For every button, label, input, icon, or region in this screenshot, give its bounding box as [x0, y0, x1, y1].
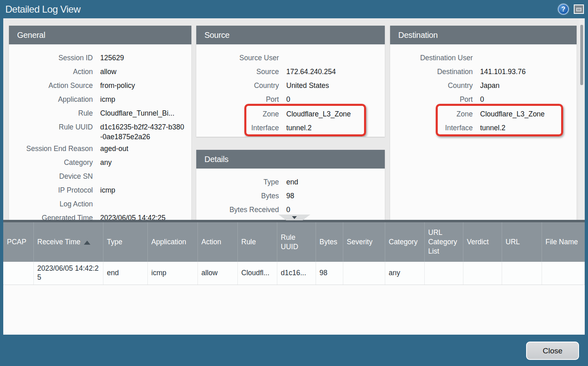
field-label: Bytes Received [196, 203, 279, 217]
window-restore-icon-inner [576, 8, 581, 11]
field-label: Port [390, 92, 473, 106]
field-label: Zone [196, 107, 279, 121]
field-value: 2023/06/05 14:42:25 [100, 211, 191, 220]
field-label: IP Protocol [9, 183, 93, 197]
field-row-destination-port: Port 0 [390, 92, 577, 106]
column-header-label: Bytes [320, 238, 338, 246]
field-row-source-country: Country United States [196, 79, 385, 92]
field-row-destination-country: Country Japan [390, 79, 577, 92]
cell-category: any [385, 262, 424, 285]
field-row-generated-time: Generated Time 2023/06/05 14:42:25 [9, 211, 191, 220]
field-value: icmp [100, 183, 191, 197]
page-title: Detailed Log View [0, 4, 81, 15]
field-value: tunnel.2 [480, 121, 577, 135]
column-header-label: URL [506, 238, 520, 246]
field-label: Rule UUID [9, 120, 93, 142]
general-panel-body: Session ID 125629 Action allow Action So… [9, 44, 191, 220]
table-header-row: PCAP Receive Time Type Application Actio… [3, 222, 585, 262]
cell-file-name [542, 262, 585, 285]
field-row-destination: Destination 141.101.93.76 [390, 65, 577, 79]
details-panel: Details Type end Bytes 98 Bytes Received [196, 150, 385, 220]
destination-panel-body: Destination User Destination 141.101.93.… [390, 44, 577, 220]
column-header-url-category-list[interactable]: URL Category List [424, 222, 463, 262]
table-row[interactable]: 2023/06/05 14:42:25 end icmp allow Cloud… [3, 262, 585, 285]
column-header-bytes[interactable]: Bytes [316, 222, 343, 262]
column-header-category[interactable]: Category [385, 222, 424, 262]
cell-receive-time: 2023/06/05 14:42:25 [33, 262, 103, 285]
field-label: Country [390, 79, 473, 92]
field-value: any [100, 156, 191, 169]
field-value: Cloudflare_Tunnel_Bi... [100, 106, 191, 120]
field-value: 141.101.93.76 [480, 65, 577, 79]
column-header-receive-time[interactable]: Receive Time [33, 222, 103, 262]
cell-application: icmp [147, 262, 197, 285]
field-value [100, 197, 191, 211]
field-label: Zone [390, 107, 473, 121]
destination-panel: Destination Destination User Destination… [390, 26, 577, 220]
general-panel: General Session ID 125629 Action allow A… [9, 26, 191, 220]
column-header-url[interactable]: URL [502, 222, 542, 262]
column-header-label: Type [107, 238, 123, 246]
field-row-source-interface: Interface tunnel.2 [196, 121, 385, 135]
column-header-type[interactable]: Type [103, 222, 147, 262]
column-header-label: Rule [241, 238, 256, 246]
chevron-down-icon [292, 216, 297, 219]
field-row-rule-uuid: Rule UUID d1c16235-b2f2-4327-b380-0ae187… [9, 120, 191, 142]
field-value [286, 51, 385, 65]
column-header-severity[interactable]: Severity [343, 222, 385, 262]
field-label: Rule [9, 106, 93, 120]
details-panel-body: Type end Bytes 98 Bytes Received 0 [196, 169, 385, 220]
destination-panel-header: Destination [390, 26, 577, 44]
field-row-bytes: Bytes 98 [196, 189, 385, 203]
field-row-source-zone: Zone Cloudflare_L3_Zone [196, 107, 385, 121]
source-panel: Source Source User Source 172.64.240.254… [196, 26, 385, 137]
field-value: United States [286, 79, 385, 92]
scrollbar-thumb[interactable] [580, 25, 583, 85]
field-row-device-sn: Device SN [9, 169, 191, 183]
field-value: 172.64.240.254 [286, 65, 385, 79]
log-detail-panels: General Session ID 125629 Action allow A… [3, 18, 585, 220]
field-label: Source [196, 65, 279, 79]
cell-verdict [463, 262, 502, 285]
column-header-rule[interactable]: Rule [237, 222, 277, 262]
log-table-section: PCAP Receive Time Type Application Actio… [3, 220, 585, 335]
column-header-file-name[interactable]: File Name [542, 222, 585, 262]
column-header-rule-uuid[interactable]: Rule UUID [277, 222, 316, 262]
field-row-source: Source 172.64.240.254 [196, 65, 385, 79]
details-panel-header: Details [196, 150, 385, 169]
column-header-application[interactable]: Application [147, 222, 197, 262]
column-header-label: URL Category List [428, 228, 457, 255]
field-row-ip-protocol: IP Protocol icmp [9, 183, 191, 197]
column-header-pcap[interactable]: PCAP [3, 222, 33, 262]
field-value: Cloudflare_L3_Zone [480, 107, 577, 121]
field-label: Application [9, 92, 93, 106]
column-header-label: Rule UUID [281, 233, 298, 251]
source-zone-interface-group: Zone Cloudflare_L3_Zone Interface tunnel… [196, 107, 385, 135]
field-value: aged-out [100, 142, 191, 156]
field-value: Japan [480, 79, 577, 92]
field-row-action: Action allow [9, 65, 191, 79]
field-value: icmp [100, 92, 191, 106]
vertical-scrollbar[interactable] [579, 18, 585, 220]
help-icon[interactable]: ? [558, 4, 569, 15]
field-row-destination-interface: Interface tunnel.2 [390, 121, 577, 135]
column-header-verdict[interactable]: Verdict [463, 222, 502, 262]
field-value: allow [100, 65, 191, 79]
column-header-label: Action [202, 238, 222, 246]
field-label: Interface [390, 121, 473, 135]
field-label: Category [9, 156, 93, 169]
field-row-type: Type end [196, 175, 385, 189]
cell-url-category-list [424, 262, 463, 285]
field-label: Session ID [9, 51, 93, 65]
field-row-destination-user: Destination User [390, 51, 577, 65]
field-row-source-user: Source User [196, 51, 385, 65]
dialog-titlebar: Detailed Log View ? [0, 0, 588, 18]
field-value: 0 [286, 92, 385, 106]
column-header-label: Receive Time [37, 238, 81, 246]
cell-action: allow [197, 262, 237, 285]
column-header-action[interactable]: Action [197, 222, 237, 262]
column-header-label: File Name [546, 238, 578, 246]
window-restore-icon[interactable] [574, 4, 584, 14]
cell-rule: Cloudfl... [237, 262, 277, 285]
close-button[interactable]: Close [526, 342, 579, 360]
